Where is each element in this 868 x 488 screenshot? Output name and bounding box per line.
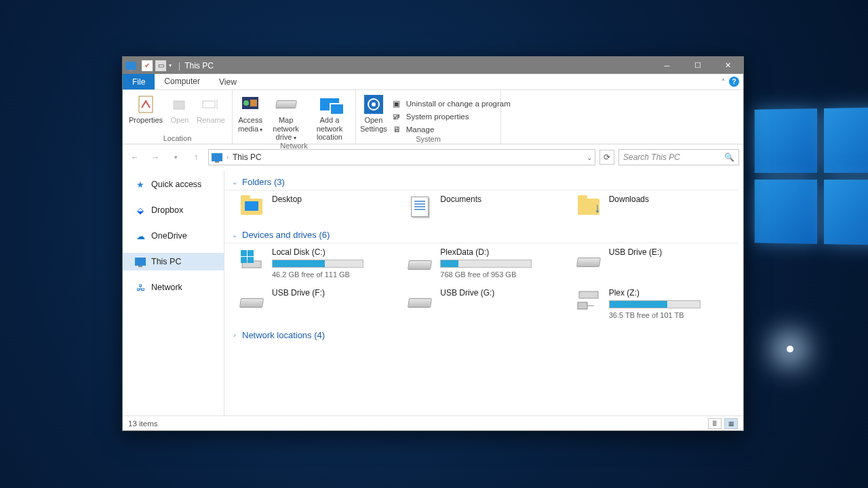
folder-desktop[interactable]: Desktop: [238, 195, 406, 219]
breadcrumb-this-pc[interactable]: This PC: [233, 152, 262, 162]
qat-properties-icon[interactable]: ✔: [142, 60, 153, 71]
svg-rect-14: [248, 257, 254, 263]
hdd-icon: [576, 258, 601, 267]
drive-g[interactable]: USB Drive (G:): [406, 288, 574, 319]
onedrive-icon: ☁: [135, 230, 146, 241]
this-pc-icon: [125, 62, 136, 70]
address-icon: [212, 153, 222, 161]
titlebar[interactable]: ✔ ▭ ▾ | This PC ─ ☐ ✕: [123, 57, 743, 74]
maximize-button[interactable]: ☐: [682, 57, 713, 74]
system-props-icon: 🖳: [391, 111, 402, 122]
ribbon-group-location-label: Location: [123, 134, 232, 144]
chevron-right-icon[interactable]: ›: [231, 331, 238, 339]
qat-newfolder-icon[interactable]: ▭: [155, 60, 166, 71]
map-network-drive-button[interactable]: Map network drive ▾: [265, 93, 307, 142]
downloads-icon: [578, 199, 599, 215]
hdd-icon: [275, 100, 297, 108]
status-item-count: 13 items: [128, 420, 157, 428]
group-header-drives[interactable]: ⌄ Devices and drives (6): [224, 226, 738, 243]
ribbon-collapse-icon[interactable]: ˄: [722, 78, 725, 85]
sidebar-item-dropbox[interactable]: ⬙Dropbox: [123, 201, 224, 219]
add-network-location-button[interactable]: Add a network location: [308, 93, 351, 142]
computer-tab[interactable]: Computer: [155, 74, 210, 89]
drive-f[interactable]: USB Drive (F:): [238, 288, 406, 319]
tiles-view-button[interactable]: ▦: [724, 418, 738, 429]
sidebar-item-quick-access[interactable]: ★Quick access: [123, 176, 224, 193]
address-history-icon[interactable]: ⌄: [587, 154, 592, 161]
svg-rect-15: [579, 291, 598, 298]
search-input[interactable]: Search This PC 🔍: [618, 149, 739, 165]
network-icon: 🖧: [135, 282, 146, 293]
content-pane[interactable]: ⌄ Folders (3) Desktop Documents Download…: [224, 170, 743, 415]
desktop-windows-logo: [755, 107, 868, 245]
chevron-down-icon[interactable]: ⌄: [231, 178, 238, 186]
search-icon[interactable]: 🔍: [724, 152, 734, 162]
star-icon: ★: [135, 179, 146, 190]
ribbon-group-system-label: System: [356, 135, 500, 144]
system-properties-button[interactable]: 🖳System properties: [391, 111, 511, 122]
open-button: Open: [166, 93, 193, 125]
sidebar-item-this-pc[interactable]: This PC: [123, 253, 224, 270]
drive-z[interactable]: Plex (Z:) 36.5 TB free of 101 TB: [575, 288, 743, 319]
drive-e[interactable]: USB Drive (E:): [575, 247, 743, 279]
access-media-button[interactable]: Access media ▾: [237, 93, 264, 133]
chevron-down-icon[interactable]: ⌄: [231, 231, 238, 239]
folder-icon: [241, 199, 262, 215]
manage-button[interactable]: 🖥Manage: [391, 124, 511, 135]
ribbon-tabstrip: File Computer View ˄ ?: [123, 74, 743, 90]
capacity-bar: [609, 300, 701, 308]
windows-drive-icon: [239, 249, 264, 270]
capacity-bar: [272, 260, 363, 268]
folder-documents[interactable]: Documents: [406, 195, 574, 219]
open-settings-button[interactable]: Open Settings: [360, 93, 387, 133]
hdd-icon: [239, 298, 264, 308]
recent-locations-button[interactable]: ▾: [167, 149, 184, 165]
network-drive-icon: [576, 289, 601, 312]
window-title: This PC: [180, 61, 214, 70]
folder-downloads[interactable]: Downloads: [575, 195, 743, 219]
capacity-bar: [440, 260, 532, 268]
status-bar: 13 items ≣ ▦: [123, 415, 743, 430]
navigation-bar: ← → ▾ ↑ › This PC ⌄ ⟳ Search This PC 🔍: [127, 147, 739, 167]
manage-icon: 🖥: [391, 124, 402, 135]
close-button[interactable]: ✕: [713, 57, 743, 74]
network-location-icon: [320, 98, 339, 110]
help-icon[interactable]: ?: [729, 77, 739, 87]
drive-c[interactable]: Local Disk (C:) 46.2 GB free of 111 GB: [238, 247, 406, 279]
navigation-pane: ★Quick access ⬙Dropbox ☁OneDrive This PC…: [123, 170, 224, 415]
uninstall-program-button[interactable]: ▣Uninstall or change a program: [391, 98, 511, 109]
chevron-right-icon[interactable]: ›: [226, 154, 229, 161]
group-header-folders[interactable]: ⌄ Folders (3): [224, 173, 738, 190]
details-view-button[interactable]: ≣: [708, 418, 722, 429]
file-tab[interactable]: File: [123, 74, 155, 89]
sidebar-item-onedrive[interactable]: ☁OneDrive: [123, 227, 224, 245]
group-header-network-locations[interactable]: › Network locations (4): [224, 326, 738, 343]
svg-point-9: [372, 102, 376, 106]
documents-icon: [411, 197, 429, 217]
this-pc-icon: [135, 256, 146, 267]
sidebar-item-network[interactable]: 🖧Network: [123, 279, 224, 296]
rename-button: Rename: [195, 93, 227, 125]
view-tab[interactable]: View: [210, 74, 246, 89]
explorer-window: ✔ ▭ ▾ | This PC ─ ☐ ✕ File Computer View…: [122, 56, 744, 431]
svg-rect-0: [139, 96, 153, 113]
refresh-button[interactable]: ⟳: [599, 150, 614, 165]
hdd-icon: [408, 260, 432, 270]
address-bar[interactable]: › This PC ⌄: [208, 149, 595, 165]
svg-point-5: [243, 100, 249, 106]
svg-rect-2: [203, 101, 215, 108]
uninstall-icon: ▣: [391, 98, 402, 109]
hdd-icon: [408, 298, 432, 308]
back-button[interactable]: ←: [127, 149, 143, 165]
svg-rect-13: [241, 257, 247, 263]
desktop-glow: [787, 346, 793, 352]
svg-rect-16: [578, 302, 587, 309]
properties-button[interactable]: Properties: [127, 93, 165, 125]
search-placeholder: Search This PC: [623, 152, 680, 162]
minimize-button[interactable]: ─: [652, 57, 682, 74]
up-button[interactable]: ↑: [188, 149, 204, 165]
titlebar-sysicon[interactable]: [123, 57, 139, 74]
drive-d[interactable]: PlexData (D:) 768 GB free of 953 GB: [406, 247, 574, 279]
qat-customize-icon[interactable]: ▾: [169, 62, 176, 68]
forward-button[interactable]: →: [147, 149, 163, 165]
